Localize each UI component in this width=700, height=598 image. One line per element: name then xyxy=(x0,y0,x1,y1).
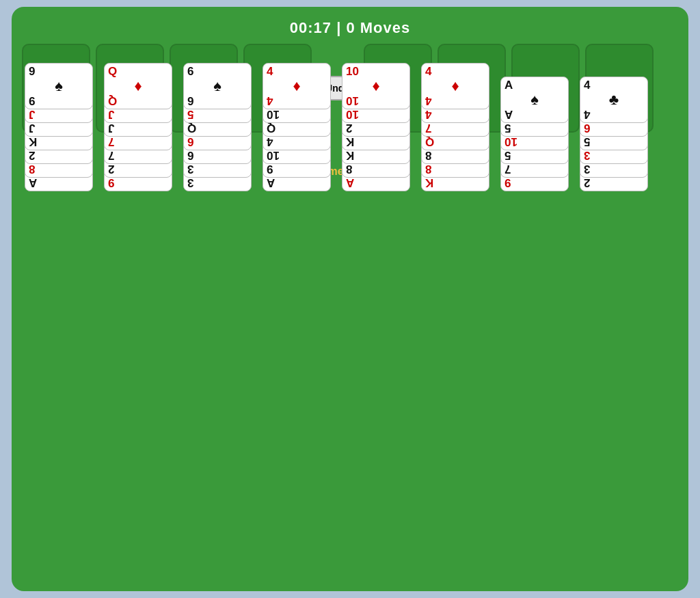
card-rank-bot: 9 xyxy=(267,163,327,175)
card-rank-top: 4 xyxy=(584,79,644,91)
game-container: 00:17 | 0 Moves FREECELL FREECELL FREECE… xyxy=(12,7,688,591)
card-rank-bot: 4 xyxy=(267,95,327,107)
card-rank-bot: 10 xyxy=(267,109,327,120)
card-rank-bot: 6 xyxy=(187,150,247,161)
card-rank-bot: 3 xyxy=(187,163,247,175)
card-rank-bot: 10 xyxy=(346,109,406,120)
card-rank-bot: 6 xyxy=(187,95,247,107)
card[interactable]: 4♦4 xyxy=(421,63,489,109)
card-rank-bot: 7 xyxy=(425,122,485,134)
card-rank-bot: 5 xyxy=(187,109,247,120)
card-rank-bot: 8 xyxy=(346,163,406,175)
card-rank-bot: 3 xyxy=(584,163,644,175)
card[interactable]: 10♦10 xyxy=(342,63,410,109)
card[interactable]: 6♠6 xyxy=(183,63,252,109)
card-rank-bot: 9 xyxy=(29,95,89,107)
card-rank-bot: Q xyxy=(187,122,247,134)
card[interactable]: A♠A xyxy=(500,77,569,123)
card-suit: ♦ xyxy=(425,77,485,95)
card-rank-bot: 2 xyxy=(346,122,406,134)
card-rank-bot: 9 xyxy=(504,177,565,189)
card-rank-top: 6 xyxy=(187,66,247,77)
card-rank-bot: 8 xyxy=(425,150,485,161)
card-rank-top: A xyxy=(504,79,565,91)
card-rank-bot: 4 xyxy=(267,136,327,148)
card-rank-bot: 5 xyxy=(504,150,565,161)
card-rank-top: 10 xyxy=(346,66,406,77)
card-rank-bot: A xyxy=(346,177,406,189)
card-rank-bot: K xyxy=(346,150,406,161)
card-rank-bot: K xyxy=(425,177,485,189)
card-suit: ♠ xyxy=(504,91,565,109)
card-suit: ♦ xyxy=(267,77,327,95)
card-rank-bot: A xyxy=(29,177,89,189)
card-rank-bot: 4 xyxy=(425,109,485,120)
card-rank-bot: 4 xyxy=(584,109,644,120)
card[interactable]: 4♣4 xyxy=(580,77,648,123)
card-rank-bot: 8 xyxy=(425,163,485,175)
card-rank-bot: 10 xyxy=(267,150,327,161)
card-rank-bot: 5 xyxy=(584,136,644,148)
card-rank-bot: 5 xyxy=(504,122,565,134)
card-rank-bot: K xyxy=(346,136,406,148)
card-rank-bot: 2 xyxy=(29,150,89,161)
card-rank-bot: 2 xyxy=(108,163,168,175)
card-suit: ♦ xyxy=(108,77,168,95)
card-rank-bot: 6 xyxy=(584,122,644,134)
card-rank-bot: 4 xyxy=(425,95,485,107)
card[interactable]: 9♠9 xyxy=(25,63,93,109)
card-rank-bot: 3 xyxy=(187,177,247,189)
card-rank-bot: 7 xyxy=(108,150,168,161)
card-rank-bot: J xyxy=(108,109,168,120)
card-rank-bot: J xyxy=(108,122,168,134)
timer-display: 00:17 | 0 Moves xyxy=(22,14,678,44)
card-rank-bot: 9 xyxy=(108,177,168,189)
card-rank-bot: Q xyxy=(108,95,168,107)
card[interactable]: Q♦Q xyxy=(104,63,172,109)
card-rank-bot: Q xyxy=(267,122,327,134)
card-rank-bot: 10 xyxy=(504,136,565,148)
card-suit: ♦ xyxy=(346,77,406,95)
card-rank-bot: 8 xyxy=(29,163,89,175)
card-rank-top: 4 xyxy=(267,66,327,77)
card-rank-bot: 7 xyxy=(504,163,565,175)
card-rank-bot: A xyxy=(504,109,565,120)
card-rank-bot: 7 xyxy=(108,136,168,148)
card-rank-bot: Q xyxy=(425,136,485,148)
card-rank-bot: 6 xyxy=(187,136,247,148)
card-rank-bot: J xyxy=(29,109,89,120)
card-rank-bot: A xyxy=(267,177,327,189)
card-rank-bot: 10 xyxy=(346,95,406,107)
card-rank-bot: 2 xyxy=(584,177,644,189)
card-rank-top: 4 xyxy=(425,66,485,77)
card-rank-top: Q xyxy=(108,66,168,77)
card[interactable]: 4♦4 xyxy=(262,63,331,109)
card-suit: ♠ xyxy=(187,77,247,95)
card-suit: ♣ xyxy=(584,91,644,109)
card-rank-top: 9 xyxy=(29,66,89,77)
card-rank-bot: K xyxy=(29,136,89,148)
card-rank-bot: J xyxy=(29,122,89,134)
card-rank-bot: 3 xyxy=(584,150,644,161)
card-suit: ♠ xyxy=(29,77,89,95)
